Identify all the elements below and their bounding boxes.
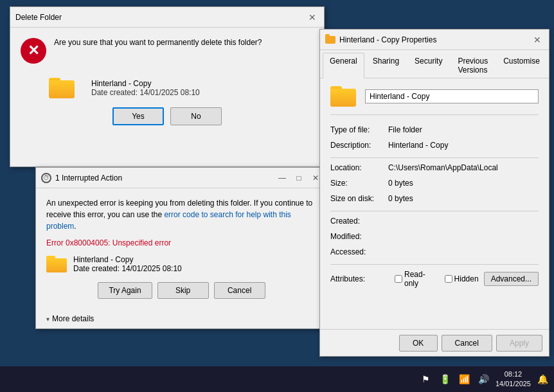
tab-customise[interactable]: Customise (496, 53, 547, 78)
folder-preview-icon (49, 78, 75, 98)
description-label: Description: (330, 141, 388, 152)
tab-security[interactable]: Security (407, 53, 449, 78)
error-link[interactable]: error code to search for help with this … (46, 210, 291, 231)
size-label: Size: (330, 179, 388, 190)
modified-label: Modified: (330, 232, 388, 244)
preview-filename: Hinterland - Copy (91, 79, 200, 88)
readonly-checkbox-label[interactable]: Read-only (395, 270, 440, 288)
file-preview: Hinterland - Copy Date created: 14/01/20… (10, 74, 324, 102)
error-message-text: An unexpected error is keeping you from … (46, 199, 312, 231)
attribute-controls: Read-only Hidden Advanced... (395, 270, 539, 288)
taskbar-notification-icon[interactable]: 🔔 (536, 373, 549, 386)
properties-folder-icon (325, 36, 335, 44)
error-message: An unexpected error is keeping you from … (46, 197, 317, 232)
delete-question: Are you sure that you want to permanentl… (54, 38, 314, 47)
delete-dialog-titlebar: Delete Folder ✕ (10, 7, 324, 28)
tab-previous-versions[interactable]: Previous Versions (451, 53, 495, 78)
created-label: Created: (330, 217, 388, 228)
delete-dialog-body: ✕ Are you sure that you want to permanen… (10, 28, 324, 74)
interrupted-filedate: Date created: 14/01/2025 08:10 (73, 264, 182, 273)
delete-dialog-title: Delete Folder (15, 13, 306, 22)
taskbar-wifi-icon[interactable]: 📶 (458, 373, 471, 386)
hidden-checkbox[interactable] (445, 275, 452, 283)
interrupted-maximize-button[interactable]: □ (292, 172, 305, 184)
properties-cancel-button[interactable]: Cancel (442, 335, 492, 352)
interrupted-titlebar: ⏱ 1 Interrupted Action — □ ✕ (36, 168, 327, 188)
separator-1 (330, 157, 539, 158)
hidden-label: Hidden (454, 274, 479, 283)
taskbar-battery-icon[interactable]: 🔋 (439, 373, 452, 386)
more-details-row[interactable]: ▾ More details (36, 310, 327, 328)
folder-name-input[interactable] (365, 89, 539, 103)
interrupted-file-info: Hinterland - Copy Date created: 14/01/20… (46, 255, 317, 273)
taskbar: ⚑ 🔋 📶 🔊 08:12 14/01/2025 🔔 (0, 366, 554, 392)
accessed-label: Accessed: (330, 247, 388, 259)
chevron-right-icon: ▾ (46, 316, 49, 323)
readonly-label: Read-only (404, 270, 440, 288)
properties-titlebar: Hinterland - Copy Properties ✕ (320, 30, 549, 50)
modified-row: Modified: (330, 232, 539, 244)
location-value: C:\Users\Roman\AppData\Local (388, 163, 498, 175)
interrupted-filename: Hinterland - Copy (73, 255, 182, 264)
size-on-disk-label: Size on disk: (330, 194, 388, 206)
properties-close-button[interactable]: ✕ (531, 33, 544, 46)
type-value: File folder (388, 125, 422, 137)
clock-icon: ⏱ (41, 173, 51, 183)
tab-sharing[interactable]: Sharing (366, 53, 406, 78)
properties-footer: OK Cancel Apply (320, 329, 549, 356)
folder-info-row (330, 86, 539, 115)
interrupted-body: An unexpected error is keeping you from … (36, 188, 327, 310)
no-button[interactable]: No (170, 107, 222, 125)
hidden-checkbox-label[interactable]: Hidden (445, 274, 479, 283)
attributes-label: Attributes: (330, 274, 388, 283)
type-label: Type of file: (330, 125, 388, 137)
advanced-button[interactable]: Advanced... (484, 272, 539, 286)
file-preview-text: Hinterland - Copy Date created: 14/01/20… (91, 79, 200, 97)
description-value: Hinterland - Copy (388, 141, 448, 152)
interrupted-action-buttons: Try Again Skip Cancel (46, 282, 317, 301)
attributes-row: Attributes: Read-only Hidden Advanced... (330, 270, 539, 288)
more-details-label: More details (52, 314, 94, 323)
taskbar-clock[interactable]: 08:12 14/01/2025 (496, 370, 531, 389)
size-on-disk-value: 0 bytes (388, 194, 413, 206)
interrupted-file-text: Hinterland - Copy Date created: 14/01/20… (73, 255, 182, 273)
yes-button[interactable]: Yes (112, 107, 164, 125)
tab-general[interactable]: General (323, 53, 364, 78)
delete-dialog-close-button[interactable]: ✕ (306, 11, 319, 24)
ok-button[interactable]: OK (399, 335, 438, 352)
description-row: Description: Hinterland - Copy (330, 141, 539, 152)
type-row: Type of file: File folder (330, 125, 539, 137)
taskbar-flag-icon[interactable]: ⚑ (420, 373, 433, 386)
taskbar-date: 14/01/2025 (496, 379, 531, 389)
delete-dialog-text: Are you sure that you want to permanentl… (54, 38, 314, 53)
properties-window-title: Hinterland - Copy Properties (339, 35, 531, 44)
separator-3 (330, 264, 539, 265)
properties-content: Type of file: File folder Description: H… (320, 78, 549, 296)
interrupted-minimize-button[interactable]: — (276, 172, 289, 184)
location-row: Location: C:\Users\Roman\AppData\Local (330, 163, 539, 175)
taskbar-volume-icon[interactable]: 🔊 (478, 373, 490, 386)
properties-window: Hinterland - Copy Properties ✕ General S… (319, 29, 550, 357)
interrupted-folder-icon (46, 256, 67, 272)
try-again-button[interactable]: Try Again (98, 282, 152, 299)
created-row: Created: (330, 217, 539, 228)
readonly-checkbox[interactable] (395, 275, 402, 283)
properties-folder-large-icon (330, 86, 356, 107)
accessed-row: Accessed: (330, 247, 539, 259)
size-on-disk-row: Size on disk: 0 bytes (330, 194, 539, 206)
delete-dialog-buttons: Yes No (10, 102, 324, 136)
delete-folder-dialog: Delete Folder ✕ ✕ Are you sure that you … (10, 6, 325, 167)
taskbar-time: 08:12 (496, 370, 531, 379)
size-row: Size: 0 bytes (330, 179, 539, 190)
apply-button[interactable]: Apply (496, 335, 542, 352)
error-icon: ✕ (21, 38, 46, 64)
interrupted-title: 1 Interrupted Action (55, 174, 272, 183)
error-code-text: Error 0x80004005: Unspecified error (46, 238, 317, 247)
skip-button[interactable]: Skip (157, 282, 209, 299)
cancel-button[interactable]: Cancel (214, 282, 265, 299)
location-label: Location: (330, 163, 388, 175)
separator-2 (330, 211, 539, 211)
preview-filedate: Date created: 14/01/2025 08:10 (91, 88, 200, 97)
tabs-bar: General Sharing Security Previous Versio… (320, 50, 549, 78)
interrupted-action-dialog: ⏱ 1 Interrupted Action — □ ✕ An unexpect… (35, 167, 328, 329)
